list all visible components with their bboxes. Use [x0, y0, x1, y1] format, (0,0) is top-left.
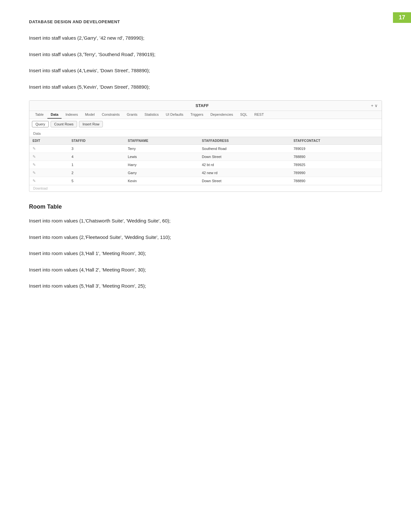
- room-insert-statement: Insert into room values (1,'Chatsworth S…: [29, 217, 382, 225]
- insert-statement: Insert into staff values (3,'Terry', 'So…: [29, 51, 382, 58]
- db-widget-title: STAFF: [33, 103, 371, 108]
- edit-cell[interactable]: ✎: [29, 153, 68, 161]
- page-number: 17: [393, 12, 411, 23]
- staffaddress-cell: Southend Road: [199, 145, 290, 153]
- db-tabs: TableDataIndexesModelConstraintsGrantsSt…: [29, 111, 382, 119]
- edit-cell[interactable]: ✎: [29, 169, 68, 177]
- db-action-buttons: QueryCount RowsInsert Row: [29, 119, 382, 130]
- db-tab-indexes[interactable]: Indexes: [62, 111, 81, 119]
- db-tab-model[interactable]: Model: [82, 111, 98, 119]
- edit-cell[interactable]: ✎: [29, 145, 68, 153]
- db-tab-grants[interactable]: Grants: [123, 111, 141, 119]
- table-row: ✎2Garry42 new rd789990: [29, 169, 382, 177]
- staff-insert-statements: Insert into staff values (2,'Garry', '42…: [29, 34, 382, 91]
- edit-cell[interactable]: ✎: [29, 161, 68, 169]
- staffaddress-cell: Down Street: [199, 177, 290, 185]
- page-title: DATABASE DESIGN AND DEVELOPEMENT: [29, 19, 382, 24]
- db-tab-triggers[interactable]: Triggers: [187, 111, 207, 119]
- staffid-cell: 2: [68, 169, 125, 177]
- room-insert-statement: Insert into room values (4,'Hall 2', 'Me…: [29, 266, 382, 274]
- db-footer: Download: [29, 185, 382, 192]
- staffcontact-cell: 789019: [290, 145, 382, 153]
- room-insert-statement: Insert into room values (5,'Hall 3', 'Me…: [29, 282, 382, 290]
- staffid-cell: 3: [68, 145, 125, 153]
- col-header-staffid: STAFFID: [68, 137, 125, 145]
- db-tab-sql[interactable]: SQL: [237, 111, 250, 119]
- db-tab-ui-defaults[interactable]: UI Defaults: [162, 111, 186, 119]
- insert-statement: Insert into staff values (4,'Lewis', 'Do…: [29, 67, 382, 74]
- room-insert-statements: Insert into room values (1,'Chatsworth S…: [29, 217, 382, 290]
- staffaddress-cell: Down Street: [199, 153, 290, 161]
- col-header-staffcontact: STAFFCONTACT: [290, 137, 382, 145]
- edit-icon[interactable]: ✎: [33, 146, 36, 151]
- edit-icon[interactable]: ✎: [33, 163, 36, 167]
- action-btn-query[interactable]: Query: [32, 121, 49, 127]
- db-tab-table[interactable]: Table: [32, 111, 47, 119]
- edit-cell[interactable]: ✎: [29, 177, 68, 185]
- staffcontact-cell: 788890: [290, 153, 382, 161]
- staffcontact-cell: 789990: [290, 169, 382, 177]
- table-row: ✎1Harry42 bt rd789925: [29, 161, 382, 169]
- insert-statement: Insert into staff values (5,'Kevin', 'Do…: [29, 84, 382, 91]
- insert-statement: Insert into staff values (2,'Garry', '42…: [29, 34, 382, 42]
- staffcontact-cell: 788890: [290, 177, 382, 185]
- staffcontact-cell: 789925: [290, 161, 382, 169]
- staffname-cell: Harry: [125, 161, 199, 169]
- staff-table-header: EDITSTAFFIDSTAFFNAMESTAFFADDRESSSTAFFCON…: [29, 137, 382, 145]
- staffaddress-cell: 42 new rd: [199, 169, 290, 177]
- edit-icon[interactable]: ✎: [33, 171, 36, 175]
- table-row: ✎4LewisDown Street788890: [29, 153, 382, 161]
- col-header-staffname: STAFFNAME: [125, 137, 199, 145]
- staffid-cell: 4: [68, 153, 125, 161]
- staffname-cell: Kevin: [125, 177, 199, 185]
- staffname-cell: Garry: [125, 169, 199, 177]
- staffname-cell: Lewis: [125, 153, 199, 161]
- edit-icon[interactable]: ✎: [33, 154, 36, 159]
- staffaddress-cell: 42 bt rd: [199, 161, 290, 169]
- staffname-cell: Terry: [125, 145, 199, 153]
- data-label: Data: [29, 130, 382, 137]
- staff-table-body: ✎3TerrySouthend Road789019✎4LewisDown St…: [29, 145, 382, 185]
- staffid-cell: 1: [68, 161, 125, 169]
- staff-table: EDITSTAFFIDSTAFFNAMESTAFFADDRESSSTAFFCON…: [29, 137, 382, 185]
- db-widget-plus[interactable]: + ∨: [371, 103, 378, 108]
- db-tab-data[interactable]: Data: [47, 111, 62, 119]
- db-widget-header: STAFF + ∨: [29, 101, 382, 111]
- db-tab-dependencies[interactable]: Dependencies: [207, 111, 236, 119]
- db-tab-statistics[interactable]: Statistics: [141, 111, 162, 119]
- table-row: ✎5KevinDown Street788890: [29, 177, 382, 185]
- edit-icon[interactable]: ✎: [33, 179, 36, 183]
- col-header-edit: EDIT: [29, 137, 68, 145]
- action-btn-count-rows[interactable]: Count Rows: [51, 121, 77, 127]
- col-header-staffaddress: STAFFADDRESS: [199, 137, 290, 145]
- action-btn-insert-row[interactable]: Insert Row: [79, 121, 103, 127]
- room-section-header: Room Table: [29, 203, 382, 210]
- db-widget: STAFF + ∨ TableDataIndexesModelConstrain…: [29, 100, 382, 192]
- db-tab-rest[interactable]: REST: [251, 111, 267, 119]
- db-tab-constraints[interactable]: Constraints: [99, 111, 123, 119]
- staffid-cell: 5: [68, 177, 125, 185]
- room-insert-statement: Insert into room values (2,'Fleetwood Su…: [29, 234, 382, 241]
- table-row: ✎3TerrySouthend Road789019: [29, 145, 382, 153]
- room-insert-statement: Insert into room values (3,'Hall 1', 'Me…: [29, 250, 382, 257]
